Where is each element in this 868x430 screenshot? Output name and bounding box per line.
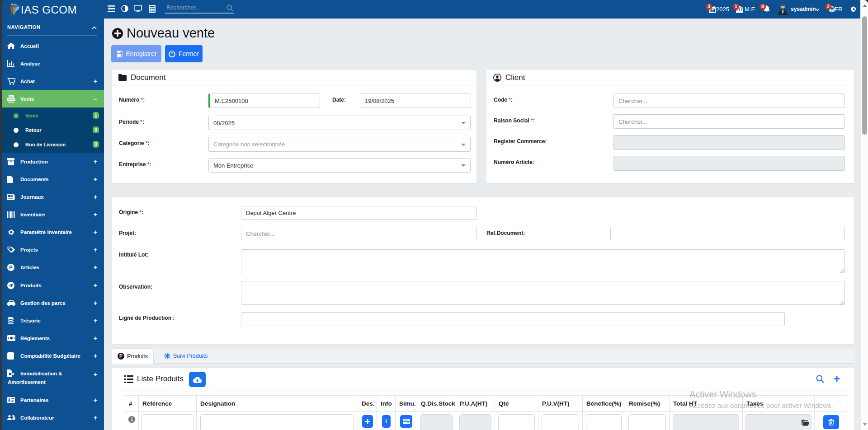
svg-text:P: P <box>119 354 123 359</box>
svg-text:P: P <box>9 265 12 270</box>
